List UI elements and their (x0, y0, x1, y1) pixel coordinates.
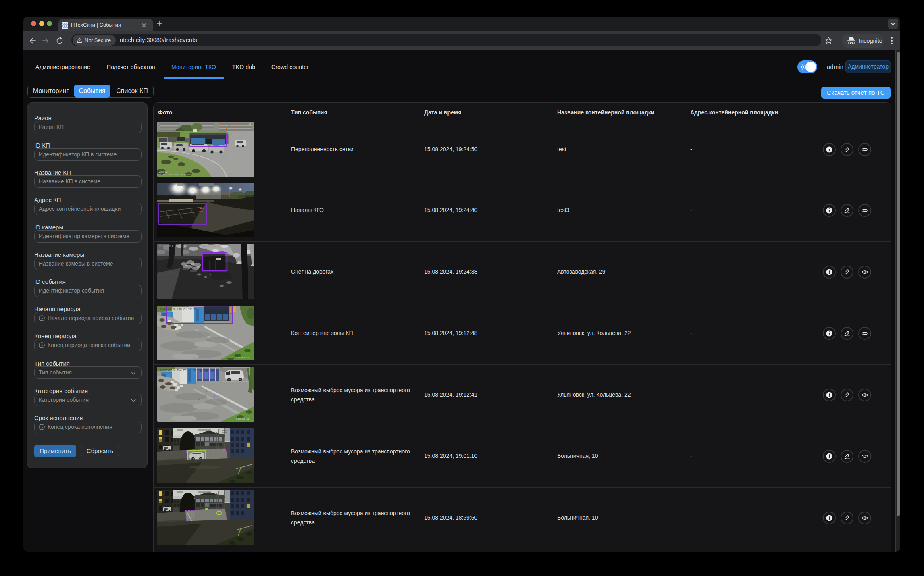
svg-text:Camera 01: Camera 01 (236, 418, 250, 420)
svg-text:Camera 01: Camera 01 (236, 356, 250, 359)
svg-text:15-08-2024 Thu 20:11:02: 15-08-2024 Thu 20:11:02 (160, 308, 196, 311)
svg-text:Galybojuse uel: Galybojuse uel (202, 245, 221, 248)
svg-text:208062: 208062 (159, 171, 168, 173)
svg-text:15-08-2024 Thu 20:12:06: 15-08-2024 Thu 20:12:06 (160, 369, 196, 372)
svg-text:01-09-2023 TUE 14:13:43: 01-09-2023 TUE 14:13:43 (159, 173, 192, 176)
svg-text:15-08-2024 19:24:38: 15-08-2024 19:24:38 (158, 245, 186, 248)
